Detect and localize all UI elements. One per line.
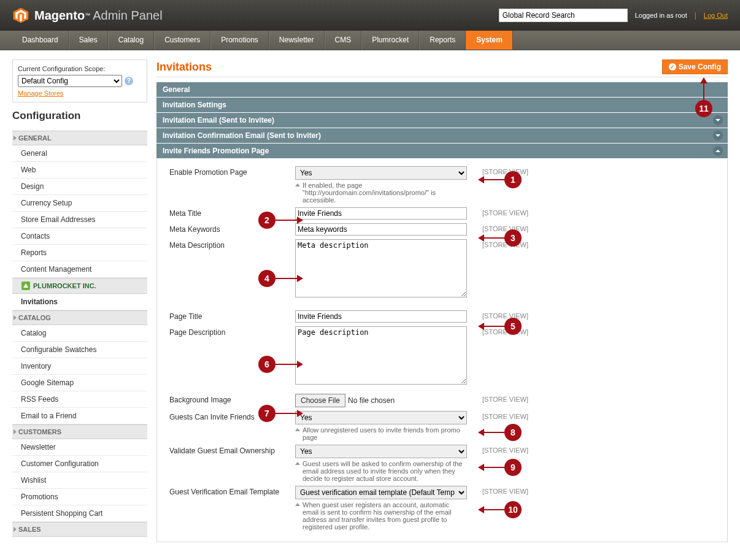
scope-box: Current Configuration Scope: Default Con…: [12, 59, 147, 102]
global-search-input[interactable]: [499, 9, 628, 22]
page-title-input[interactable]: [295, 310, 467, 323]
validate-label: Validate Guest Email Ownership: [169, 445, 295, 455]
sidebar-head-catalog[interactable]: CATALOG: [12, 310, 147, 325]
callout-4: 4: [258, 270, 276, 287]
callout-2: 2: [258, 212, 276, 229]
enable-promo-hint: If enabled, the page "http://yourdomain.…: [295, 182, 467, 204]
main-nav: DashboardSalesCatalogCustomersPromotions…: [0, 31, 740, 50]
sidebar-head-label: CUSTOMERS: [18, 428, 61, 435]
help-icon[interactable]: ?: [125, 77, 133, 85]
logout-link[interactable]: Log Out: [704, 12, 728, 19]
sidebar-head-sales[interactable]: SALES: [12, 522, 147, 537]
sidebar-item-invitations[interactable]: Invitations: [12, 294, 147, 310]
scope-tag: [STORE VIEW]: [473, 223, 528, 232]
plumrocket-icon: [21, 282, 30, 290]
nav-catalog[interactable]: Catalog: [108, 31, 154, 50]
collapse-icon: [713, 146, 723, 156]
nav-newsletter[interactable]: Newsletter: [269, 31, 325, 50]
guests-invite-hint: Allow unregistered users to invite frien…: [295, 426, 467, 441]
sidebar: Current Configuration Scope: Default Con…: [12, 59, 147, 542]
sidebar-head-plumrocket[interactable]: PLUMROCKET INC.: [12, 278, 147, 294]
meta-title-input[interactable]: [295, 207, 467, 220]
fieldset-invite-friends-promotion-page[interactable]: Invite Friends Promotion Page: [156, 144, 728, 159]
triangle-icon: [13, 315, 17, 320]
sidebar-item-contacts[interactable]: Contacts: [12, 228, 147, 245]
header-right: Logged in as root | Log Out: [499, 9, 728, 22]
nav-plumrocket[interactable]: Plumrocket: [361, 31, 419, 50]
nav-dashboard[interactable]: Dashboard: [12, 31, 69, 50]
page-desc-textarea[interactable]: Page description: [295, 326, 467, 385]
sidebar-item-content-management[interactable]: Content Management: [12, 261, 147, 278]
scope-tag: [STORE VIEW]: [473, 411, 528, 420]
triangle-icon: [13, 136, 17, 140]
meta-desc-textarea[interactable]: Meta description: [295, 239, 467, 297]
logo-text-1: Magento: [34, 9, 85, 23]
sidebar-item-promotions[interactable]: Promotions: [12, 489, 147, 505]
logo: Magento™ Admin Panel: [12, 7, 163, 24]
scope-tag: [STORE VIEW]: [473, 394, 528, 403]
sidebar-item-catalog[interactable]: Catalog: [12, 325, 147, 342]
logo-text-2: Admin Panel: [93, 9, 162, 23]
sidebar-item-store-email-addresses[interactable]: Store Email Addresses: [12, 212, 147, 228]
triangle-up-icon: [295, 428, 300, 431]
sidebar-item-google-sitemap[interactable]: Google Sitemap: [12, 375, 147, 391]
fieldset-invitation-confirmation-email-sent-to-inviter-[interactable]: Invitation Confirmation Email (Sent to I…: [156, 128, 728, 144]
callout-9: 9: [504, 459, 522, 476]
sidebar-item-wishlist[interactable]: Wishlist: [12, 472, 147, 489]
callout-1: 1: [504, 171, 522, 188]
page-desc-label: Page Description: [169, 326, 295, 337]
template-select[interactable]: Guest verification email template (Defau…: [295, 486, 467, 499]
promo-page-form: Enable Promotion Page Yes If enabled, th…: [156, 159, 728, 542]
check-icon: ✓: [669, 63, 676, 71]
save-config-button[interactable]: ✓Save Config: [662, 59, 728, 74]
magento-logo-icon: [12, 7, 29, 24]
expand-icon: [713, 131, 723, 140]
sidebar-head-customers[interactable]: CUSTOMERS: [12, 424, 147, 439]
choose-file-button[interactable]: Choose File: [295, 394, 345, 407]
sidebar-item-persistent-shopping-cart[interactable]: Persistent Shopping Cart: [12, 505, 147, 522]
enable-promo-label: Enable Promotion Page: [169, 166, 295, 177]
callout-7: 7: [258, 405, 276, 422]
sidebar-item-design[interactable]: Design: [12, 178, 147, 195]
sidebar-item-newsletter[interactable]: Newsletter: [12, 439, 147, 456]
sidebar-item-customer-configuration[interactable]: Customer Configuration: [12, 456, 147, 472]
scope-tag: [STORE VIEW]: [473, 166, 528, 175]
scope-select[interactable]: Default Config: [18, 75, 122, 87]
nav-cms[interactable]: CMS: [325, 31, 362, 50]
triangle-up-icon: [295, 462, 300, 465]
sidebar-item-web[interactable]: Web: [12, 162, 147, 178]
callout-10: 10: [504, 501, 522, 518]
manage-stores-link[interactable]: Manage Stores: [18, 90, 64, 97]
sidebar-item-rss-feeds[interactable]: RSS Feeds: [12, 391, 147, 408]
meta-keywords-input[interactable]: [295, 223, 467, 236]
nav-system[interactable]: System: [466, 31, 513, 50]
validate-hint: Guest users will be asked to confirm own…: [295, 460, 467, 482]
nav-sales[interactable]: Sales: [69, 31, 108, 50]
sidebar-item-general[interactable]: General: [12, 145, 147, 162]
sidebar-head-label: CATALOG: [18, 314, 51, 321]
logged-in-text: Logged in as root: [635, 12, 687, 19]
scope-tag: [STORE VIEW]: [473, 486, 528, 495]
sidebar-item-currency-setup[interactable]: Currency Setup: [12, 195, 147, 212]
guests-invite-select[interactable]: Yes: [295, 411, 467, 424]
meta-desc-label: Meta Description: [169, 239, 295, 250]
validate-select[interactable]: Yes: [295, 445, 467, 458]
fieldset-general[interactable]: General: [156, 82, 728, 98]
sidebar-item-inventory[interactable]: Inventory: [12, 358, 147, 375]
scope-label: Current Configuration Scope:: [18, 65, 142, 72]
sidebar-item-reports[interactable]: Reports: [12, 245, 147, 261]
enable-promo-select[interactable]: Yes: [295, 166, 467, 180]
fieldset-invitation-email-sent-to-invitee-[interactable]: Invitation Email (Sent to Invitee): [156, 113, 728, 128]
sidebar-item-configurable-swatches[interactable]: Configurable Swatches: [12, 342, 147, 358]
sidebar-head-general[interactable]: GENERAL: [12, 131, 147, 145]
expand-icon: [713, 115, 723, 125]
admin-header: Magento™ Admin Panel Logged in as root |…: [0, 0, 740, 31]
nav-reports[interactable]: Reports: [419, 31, 466, 50]
logo-tm: ™: [85, 12, 90, 18]
fieldset-invitation-settings[interactable]: Invitation Settings: [156, 98, 728, 113]
header-separator: |: [695, 11, 696, 20]
nav-promotions[interactable]: Promotions: [210, 31, 269, 50]
nav-customers[interactable]: Customers: [154, 31, 210, 50]
sidebar-item-email-to-a-friend[interactable]: Email to a Friend: [12, 408, 147, 424]
config-title: Configuration: [12, 110, 147, 122]
